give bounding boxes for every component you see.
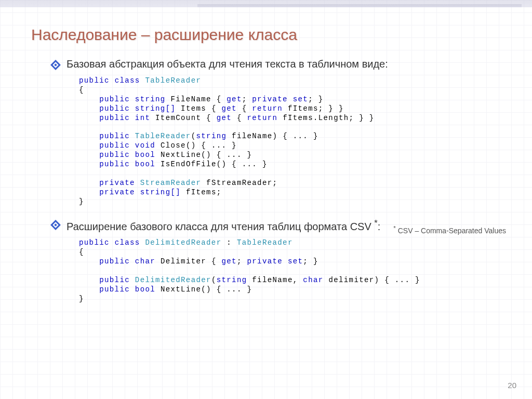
bullet-1-text: Базовая абстракция объекта для чтения те… [66, 58, 388, 70]
brace: { [79, 86, 84, 94]
kw-public: public [79, 76, 110, 85]
footnote: * CSV – Comma-Separated Values [393, 224, 506, 235]
diamond-icon [50, 60, 61, 70]
bullet-2-text: Расширение базового класса для чтения та… [66, 218, 380, 233]
slide-title: Наследование – расширение класса [31, 26, 511, 44]
diamond-icon [50, 220, 61, 230]
type-tablereader: TableReader [145, 76, 201, 85]
kw-class: class [115, 76, 140, 85]
top-strip-2 [197, 4, 522, 7]
code-block-1: public class TableReader { public string… [79, 76, 511, 207]
bullet-1: Базовая абстракция объекта для чтения те… [52, 58, 511, 70]
code-block-2: public class DelimitedReader : TableRead… [79, 238, 511, 303]
page-number: 20 [508, 381, 516, 390]
slide-content: Наследование – расширение класса Базовая… [31, 26, 511, 304]
